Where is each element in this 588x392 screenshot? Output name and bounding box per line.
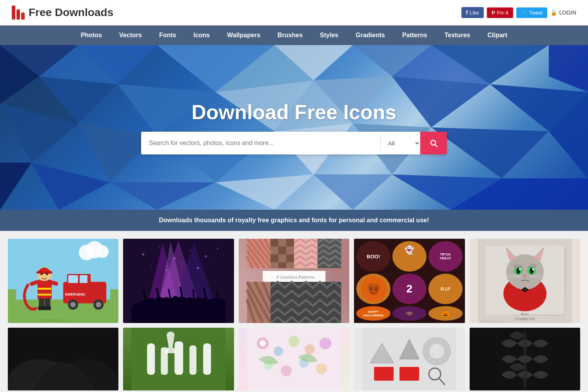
main-nav: Photos Vectors Fonts Icons Wallpapers Br…: [0, 25, 588, 45]
nav-item-vectors[interactable]: Vectors: [111, 25, 151, 45]
svg-point-66: [142, 253, 145, 256]
grid-item-bottles[interactable]: [123, 328, 234, 390]
nav-item-icons[interactable]: Icons: [185, 25, 218, 45]
twitter-button[interactable]: 🐦 Tweet: [516, 7, 548, 18]
content-grid-row1: EMERGENC: [8, 239, 580, 323]
nav-item-styles[interactable]: Styles: [311, 25, 347, 45]
bottles-image: [123, 328, 234, 390]
svg-point-49: [40, 273, 43, 275]
grid-item-halloween[interactable]: BOO! 👻 TR*CKTREAT: [354, 239, 465, 323]
svg-rect-56: [44, 306, 51, 310]
svg-rect-104: [286, 262, 294, 268]
pin-label: Pin it: [497, 10, 508, 16]
svg-point-71: [217, 248, 219, 249]
svg-point-163: [289, 336, 299, 347]
svg-point-42: [96, 302, 101, 307]
pinterest-icon: P: [492, 10, 495, 16]
svg-point-165: [319, 338, 331, 349]
svg-marker-25: [314, 174, 392, 210]
svg-rect-45: [38, 288, 51, 290]
svg-rect-175: [374, 367, 394, 381]
nav-item-patterns[interactable]: Patterns: [394, 25, 436, 45]
svg-rect-38: [80, 275, 87, 283]
hero-content: Download Free Icons All Photos Vectors F…: [141, 100, 447, 154]
svg-rect-94: [278, 239, 286, 247]
svg-point-167: [281, 365, 292, 376]
dark-image: [8, 328, 118, 390]
logo-bar-1: [12, 5, 15, 20]
svg-marker-22: [31, 163, 110, 210]
svg-rect-121: [375, 287, 377, 290]
svg-point-75: [197, 267, 200, 269]
nav-item-photos[interactable]: Photos: [72, 25, 111, 45]
svg-marker-21: [0, 163, 31, 210]
nav-item-wallpapers[interactable]: Wallpapers: [218, 25, 269, 45]
tagline-bar: Downloads thousands of royalty free grap…: [0, 210, 588, 231]
halloween-circle-6: R.I.P: [428, 274, 463, 304]
svg-text:8 Seamless Patterns: 8 Seamless Patterns: [276, 274, 314, 280]
pinterest-button[interactable]: P Pin it: [487, 7, 513, 18]
nav-item-fonts[interactable]: Fonts: [151, 25, 185, 45]
search-filter-select[interactable]: All Photos Vectors Fonts Icons: [381, 132, 420, 154]
lock-icon: 🔒: [550, 9, 557, 16]
grid-item-ornate[interactable]: [470, 328, 580, 390]
login-button[interactable]: 🔒 LOGIN: [550, 9, 576, 16]
halloween-circle-1: BOO!: [356, 241, 390, 272]
grid-item-floral[interactable]: [239, 328, 349, 390]
svg-rect-120: [370, 287, 372, 290]
svg-point-161: [260, 340, 266, 347]
svg-text:EMERGENC: EMERGENC: [65, 292, 86, 296]
svg-point-74: [182, 263, 183, 265]
ornate-image: [470, 328, 580, 390]
hero-section: Download Free Icons All Photos Vectors F…: [0, 45, 588, 210]
svg-rect-158: [203, 343, 211, 375]
svg-point-67: [158, 246, 160, 247]
svg-point-68: [174, 258, 176, 260]
geo-image: [354, 328, 465, 390]
svg-rect-156: [175, 341, 183, 375]
logo[interactable]: Free Downloads: [12, 5, 113, 20]
grid-item-cat[interactable]: Retro Grumpy Cat 101FreeDownloads.com: [470, 239, 580, 323]
halloween-circle-5: 2: [392, 274, 426, 304]
cat-image: Retro Grumpy Cat 101FreeDownloads.com: [470, 239, 580, 323]
svg-rect-48: [36, 271, 52, 274]
svg-point-73: [166, 269, 168, 271]
grid-item-patterns[interactable]: 8 Seamless Patterns: [239, 239, 349, 323]
svg-rect-103: [278, 262, 286, 268]
svg-rect-93: [270, 239, 278, 247]
search-input[interactable]: [141, 132, 380, 154]
search-button[interactable]: [420, 132, 447, 154]
grid-item-concert[interactable]: [123, 239, 234, 323]
search-icon: [429, 138, 438, 148]
login-label: LOGIN: [559, 9, 576, 16]
svg-line-81: [194, 290, 194, 299]
halloween-image: BOO! 👻 TR*CKTREAT: [354, 239, 465, 323]
nav-item-brushes[interactable]: Brushes: [269, 25, 311, 45]
nav-item-textures[interactable]: Textures: [436, 25, 479, 45]
svg-rect-101: [286, 254, 294, 262]
grid-item-firefighter[interactable]: EMERGENC: [8, 239, 118, 323]
patterns-image: 8 Seamless Patterns: [239, 239, 349, 323]
tweet-label: Tweet: [529, 10, 543, 16]
nav-item-clipart[interactable]: Clipart: [479, 25, 516, 45]
grid-item-geo[interactable]: [354, 328, 465, 390]
svg-point-72: [151, 265, 152, 267]
logo-bar-3: [21, 13, 25, 20]
nav-item-gradients[interactable]: Gradients: [347, 25, 394, 45]
svg-text:🎃: 🎃: [371, 281, 376, 285]
grid-item-dark[interactable]: [8, 328, 118, 390]
svg-text:FreeDownloads.com: FreeDownloads.com: [40, 319, 65, 321]
svg-point-40: [70, 302, 76, 307]
concert-image: [123, 239, 234, 323]
halloween-circle-7: HAPPYHALLOWEEN: [356, 306, 390, 321]
like-label: Like: [470, 10, 479, 16]
svg-point-169: [316, 363, 327, 374]
svg-marker-24: [216, 174, 314, 210]
search-bar: All Photos Vectors Fonts Icons: [141, 132, 447, 154]
svg-rect-154: [147, 343, 155, 375]
facebook-like-button[interactable]: f Like: [461, 7, 484, 18]
svg-text:Grumpy Cat: Grumpy Cat: [515, 316, 535, 321]
svg-rect-97: [278, 247, 286, 254]
svg-rect-95: [286, 239, 294, 247]
floral-image: [239, 328, 349, 390]
